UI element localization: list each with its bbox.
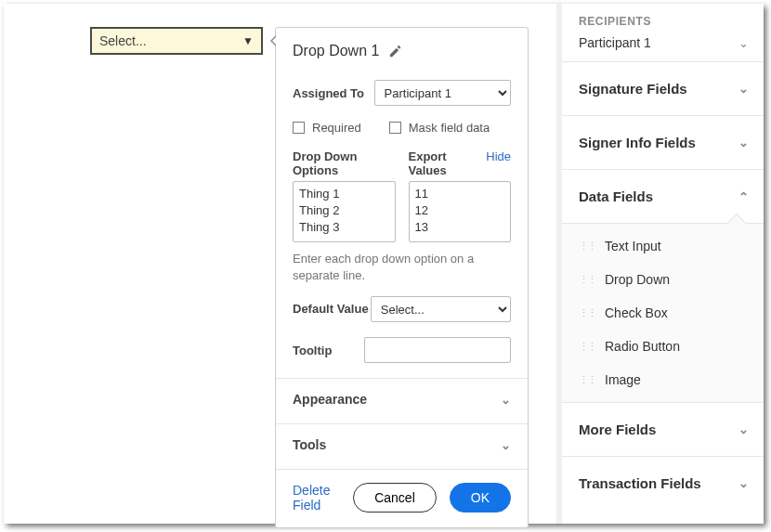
field-type-drop-down[interactable]: ⋮⋮Drop Down (562, 263, 764, 296)
section-label: More Fields (579, 422, 656, 437)
chevron-down-icon: ⌄ (501, 393, 511, 407)
placed-field-placeholder: Select... (99, 33, 147, 48)
edit-icon[interactable] (388, 45, 402, 58)
field-type-check-box[interactable]: ⋮⋮Check Box (562, 296, 764, 330)
tooltip-label: Tooltip (293, 344, 364, 357)
field-type-radio-button[interactable]: ⋮⋮Radio Button (562, 330, 764, 363)
chevron-down-icon: ⌄ (738, 136, 749, 149)
export-values-header: Export Values (409, 149, 487, 177)
item-label: Text Input (605, 239, 661, 253)
ok-button[interactable]: OK (450, 483, 511, 513)
mask-label: Mask field data (409, 121, 490, 135)
required-label: Required (312, 121, 361, 135)
field-name-label: Drop Down 1 (293, 43, 379, 59)
mask-checkbox[interactable]: Mask field data (389, 121, 490, 135)
right-sidebar: RECIPIENTS Participant 1 ⌄ Signature Fie… (561, 4, 764, 524)
chevron-down-icon: ⌄ (738, 82, 749, 96)
section-label: Transaction Fields (579, 475, 701, 491)
appearance-section[interactable]: Appearance ⌄ (293, 379, 511, 418)
drag-handle-icon: ⋮⋮ (579, 274, 595, 286)
checkbox-icon (389, 122, 401, 134)
default-value-label: Default Value (293, 302, 371, 317)
item-label: Check Box (605, 305, 668, 320)
assigned-to-select[interactable]: Participant 1 (374, 80, 511, 106)
signature-fields-section[interactable]: Signature Fields ⌄ (562, 62, 764, 116)
hide-export-link[interactable]: Hide (486, 149, 511, 163)
section-label: Signer Info Fields (579, 135, 696, 150)
item-label: Drop Down (605, 272, 670, 287)
transaction-fields-section[interactable]: Transaction Fields ⌄ (562, 457, 764, 510)
required-checkbox[interactable]: Required (293, 121, 361, 135)
item-label: Radio Button (605, 339, 680, 354)
data-fields-items: ⋮⋮Text Input ⋮⋮Drop Down ⋮⋮Check Box ⋮⋮R… (562, 224, 764, 403)
drag-handle-icon: ⋮⋮ (579, 341, 595, 353)
chevron-down-icon: ⌄ (738, 476, 749, 490)
drag-handle-icon: ⋮⋮ (579, 374, 595, 386)
drag-handle-icon: ⋮⋮ (579, 240, 595, 253)
recipient-select[interactable]: Participant 1 ⌄ (579, 35, 749, 50)
tools-label: Tools (293, 437, 326, 452)
recipient-value: Participant 1 (579, 35, 651, 50)
section-label: Data Fields (579, 188, 653, 204)
tools-section[interactable]: Tools ⌄ (293, 424, 511, 463)
scrollbar[interactable] (556, 4, 562, 524)
chevron-down-icon: ⌄ (738, 422, 749, 436)
options-textarea[interactable] (293, 181, 396, 242)
section-label: Signature Fields (579, 81, 687, 97)
chevron-down-icon: ⌄ (738, 36, 749, 50)
delete-field-link[interactable]: Delete Field (293, 483, 340, 513)
appearance-label: Appearance (293, 392, 367, 407)
item-label: Image (605, 372, 641, 387)
options-hint: Enter each drop down option on a separat… (293, 251, 511, 283)
default-value-select[interactable]: Select... (371, 296, 511, 322)
chevron-up-icon: ⌄ (738, 189, 749, 203)
field-type-text-input[interactable]: ⋮⋮Text Input (562, 229, 764, 263)
field-type-image[interactable]: ⋮⋮Image (562, 363, 764, 396)
tooltip-input[interactable] (364, 337, 511, 363)
chevron-down-icon: ▼ (242, 34, 254, 47)
export-values-textarea[interactable] (409, 181, 512, 242)
placed-dropdown-field[interactable]: Select... ▼ (90, 27, 263, 55)
options-header: Drop Down Options (293, 149, 396, 177)
more-fields-section[interactable]: More Fields ⌄ (562, 403, 764, 457)
recipients-title: RECIPIENTS (579, 15, 749, 28)
cancel-button[interactable]: Cancel (353, 483, 437, 513)
drag-handle-icon: ⋮⋮ (579, 307, 595, 319)
assigned-to-label: Assigned To (293, 86, 374, 100)
checkbox-icon (293, 122, 305, 134)
signer-info-fields-section[interactable]: Signer Info Fields ⌄ (562, 116, 764, 170)
chevron-down-icon: ⌄ (501, 438, 511, 452)
field-properties-popover: Drop Down 1 Assigned To Participant 1 Re… (275, 27, 529, 528)
